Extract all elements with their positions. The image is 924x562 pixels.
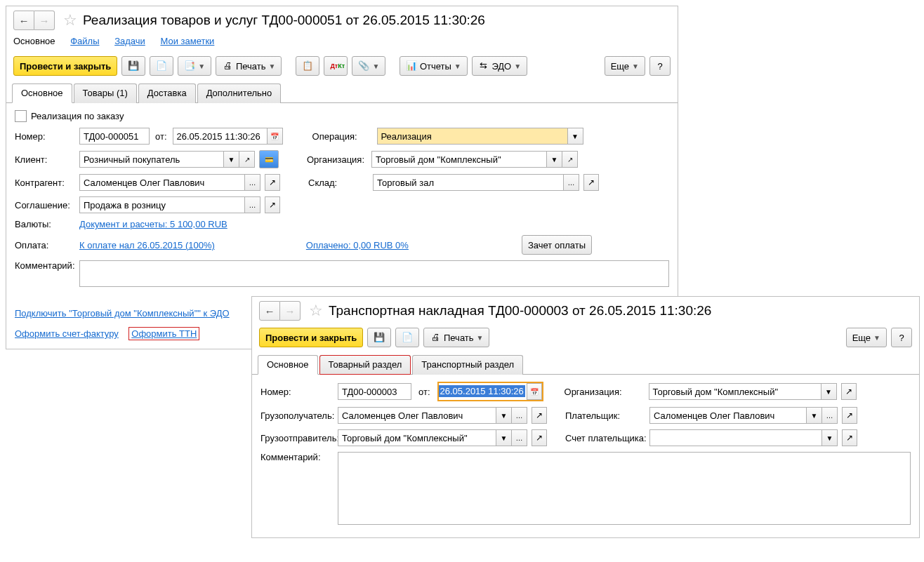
main-form: Реализация по заказу Номер: ТД00-000051 … bbox=[6, 103, 678, 295]
post-button[interactable]: 📄 bbox=[150, 56, 173, 76]
edo-button[interactable]: ⇆ ЭДО▼ bbox=[472, 56, 527, 76]
tab-main[interactable]: Основное bbox=[12, 83, 72, 103]
window-title: Реализация товаров и услуг ТД00-000051 о… bbox=[83, 13, 485, 28]
warehouse-more-button[interactable]: … bbox=[564, 174, 579, 191]
contractor-open-button[interactable]: ↗ bbox=[265, 174, 280, 191]
toolbar: Провести и закрыть 💾 📄 📑▼ 🖨 Печать▼ 📋 Дт… bbox=[6, 56, 678, 83]
tab-bar: Основное Товары (1) Доставка Дополнитель… bbox=[6, 83, 678, 103]
comment-label: Комментарий: bbox=[15, 260, 79, 271]
show-list-button[interactable]: 📋 bbox=[296, 56, 319, 76]
create-on-basis-button[interactable]: 📑▼ bbox=[178, 56, 211, 76]
favorite-star-icon[interactable]: ☆ bbox=[63, 11, 77, 29]
nav-forward-button[interactable]: → bbox=[34, 11, 55, 30]
help-button-2[interactable]: ? bbox=[891, 328, 912, 347]
favorite-star-icon-2[interactable]: ☆ bbox=[309, 302, 323, 320]
list-icon: 📋 bbox=[302, 60, 313, 72]
from-label: от: bbox=[155, 131, 167, 142]
number-input[interactable]: ТД00-000051 bbox=[79, 128, 150, 145]
window-title-2: Транспортная накладная ТД00-000003 от 26… bbox=[329, 303, 711, 319]
nav-back-button[interactable]: ← bbox=[13, 11, 34, 30]
print-button-2[interactable]: 🖨 Печать▼ bbox=[423, 328, 489, 347]
operation-select[interactable]: Реализация bbox=[377, 128, 568, 145]
date-input[interactable]: 26.05.2015 11:30:26 bbox=[173, 128, 268, 145]
contractor-more-button[interactable]: … bbox=[245, 174, 260, 191]
save-icon: 💾 bbox=[128, 60, 139, 72]
post-icon: 📄 bbox=[156, 60, 167, 72]
more-button[interactable]: Еще▼ bbox=[605, 56, 645, 76]
number-label: Номер: bbox=[15, 131, 79, 142]
client-open-button[interactable]: ↗ bbox=[239, 151, 255, 168]
printer-icon: 🖨 bbox=[430, 332, 441, 343]
report-icon: 📊 bbox=[406, 60, 417, 72]
linkbar-main[interactable]: Основное bbox=[13, 36, 55, 46]
tab-extra[interactable]: Дополнительно bbox=[197, 83, 282, 103]
clip-icon: 📎 bbox=[358, 60, 369, 72]
by-order-label: Реализация по заказу bbox=[31, 111, 124, 121]
print-button[interactable]: 🖨 Печать▼ bbox=[216, 56, 282, 76]
payment-schedule-link[interactable]: К оплате нал 26.05.2015 (100%) bbox=[79, 240, 215, 250]
tab-goods-section[interactable]: Товарный раздел bbox=[319, 355, 411, 363]
save-button[interactable]: 💾 bbox=[121, 56, 145, 76]
org-dropdown-button[interactable]: ▼ bbox=[547, 151, 562, 168]
org-open-button[interactable]: ↗ bbox=[562, 151, 578, 168]
post-and-close-button-2[interactable]: Провести и закрыть bbox=[259, 328, 363, 347]
currency-link[interactable]: Документ и расчеты: 5 100,00 RUB bbox=[79, 219, 227, 229]
tab-transport-section[interactable]: Транспортный раздел bbox=[412, 355, 523, 363]
org-input[interactable]: Торговый дом "Комплексный" bbox=[371, 151, 547, 168]
create-invoice-link[interactable]: Оформить счет-фактуру bbox=[15, 328, 119, 339]
warehouse-input[interactable]: Торговый зал bbox=[373, 174, 564, 191]
warehouse-label: Склад: bbox=[308, 178, 373, 188]
tab-delivery[interactable]: Доставка bbox=[138, 83, 196, 103]
calendar-button[interactable]: 📅 bbox=[268, 128, 283, 145]
dtkt-icon: ДтКт bbox=[330, 60, 341, 72]
comment-textarea[interactable] bbox=[79, 260, 669, 287]
tab-main-2[interactable]: Основное bbox=[258, 355, 318, 363]
linkbar-files[interactable]: Файлы bbox=[70, 36, 99, 46]
paid-link[interactable]: Оплачено: 0,00 RUB 0% bbox=[306, 240, 409, 250]
edo-connect-link[interactable]: Подключить "Торговый дом "Комплексный"" … bbox=[15, 308, 230, 319]
nav-forward-button-2[interactable]: → bbox=[280, 301, 301, 321]
agreement-more-button[interactable]: … bbox=[245, 196, 260, 213]
help-button[interactable]: ? bbox=[649, 56, 671, 76]
save-icon: 💾 bbox=[374, 332, 385, 343]
titlebar: ← → ☆ Реализация товаров и услуг ТД00-00… bbox=[6, 6, 678, 33]
toolbar-2: Провести и закрыть 💾 📄 🖨 Печать▼ Еще▼ ? bbox=[252, 323, 919, 354]
by-order-checkbox[interactable] bbox=[15, 110, 27, 122]
warehouse-open-button[interactable]: ↗ bbox=[583, 174, 599, 191]
reports-button[interactable]: 📊 Отчеты▼ bbox=[400, 56, 467, 76]
post-and-close-button[interactable]: Провести и закрыть bbox=[13, 56, 117, 76]
post-icon: 📄 bbox=[402, 332, 413, 343]
card-icon: 💳 bbox=[265, 156, 273, 163]
contractor-label: Контрагент: bbox=[15, 178, 79, 188]
payment-label: Оплата: bbox=[15, 240, 79, 250]
contractor-input[interactable]: Саломенцев Олег Павлович bbox=[79, 174, 245, 191]
dt-kt-button[interactable]: ДтКт bbox=[324, 56, 348, 76]
basis-icon: 📑 bbox=[184, 60, 195, 72]
printer-icon: 🖨 bbox=[222, 60, 233, 72]
offset-payment-button[interactable]: Зачет оплаты bbox=[522, 235, 592, 255]
client-input[interactable]: Розничный покупатель bbox=[79, 151, 224, 168]
edo-icon: ⇆ bbox=[478, 60, 489, 72]
operation-dropdown-button[interactable]: ▼ bbox=[568, 128, 583, 145]
linkbar-notes[interactable]: Мои заметки bbox=[160, 36, 214, 46]
client-label: Клиент: bbox=[15, 154, 79, 165]
client-card-button[interactable]: 💳 bbox=[259, 150, 279, 168]
nav-back-button-2[interactable]: ← bbox=[259, 301, 280, 321]
linkbar-tasks[interactable]: Задачи bbox=[114, 36, 145, 46]
tab-bar-2: Основное Товарный раздел Транспортный ра… bbox=[252, 354, 919, 363]
more-button-2[interactable]: Еще▼ bbox=[846, 328, 887, 347]
agreement-input[interactable]: Продажа в розницу bbox=[79, 196, 245, 213]
post-button-2[interactable]: 📄 bbox=[395, 328, 419, 347]
create-ttn-highlight: Оформить ТТН bbox=[128, 327, 199, 340]
create-ttn-link[interactable]: Оформить ТТН bbox=[131, 328, 197, 339]
attached-files-button[interactable]: 📎▼ bbox=[352, 56, 385, 76]
agreement-open-button[interactable]: ↗ bbox=[265, 196, 280, 213]
agreement-label: Соглашение: bbox=[15, 200, 79, 210]
save-button-2[interactable]: 💾 bbox=[367, 328, 391, 347]
org-label: Организация: bbox=[307, 154, 371, 165]
client-dropdown-button[interactable]: ▼ bbox=[224, 151, 239, 168]
tab-goods[interactable]: Товары (1) bbox=[74, 83, 137, 103]
currency-label: Валюты: bbox=[15, 219, 79, 229]
operation-label: Операция: bbox=[312, 131, 377, 142]
window-transport-waybill: ← → ☆ Транспортная накладная ТД00-000003… bbox=[251, 296, 920, 363]
